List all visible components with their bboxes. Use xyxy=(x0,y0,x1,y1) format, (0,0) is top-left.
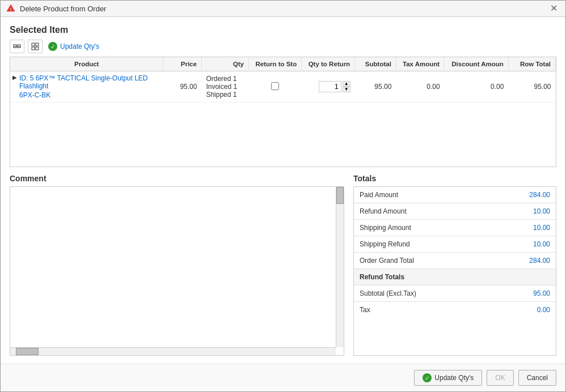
qty-ordered: Ordered 1 xyxy=(206,75,244,83)
totals-row-refund: Refund Amount 10.00 xyxy=(354,203,556,220)
footer: ✓ Update Qty's OK Cancel xyxy=(1,364,565,391)
totals-row-shipping: Shipping Amount 10.00 xyxy=(354,220,556,236)
totals-key-shipping: Shipping Amount xyxy=(354,220,459,236)
cancel-button[interactable]: Cancel xyxy=(518,370,556,386)
totals-row-paid: Paid Amount 284.00 xyxy=(354,187,556,203)
th-tax-amount: Tax Amount xyxy=(396,57,444,71)
main-content: Selected Item xyxy=(1,17,565,364)
items-table: Product Price Qty Return to Sto Qty to R… xyxy=(10,57,556,103)
svg-rect-5 xyxy=(32,43,35,46)
totals-table: Paid Amount 284.00 Refund Amount 10.00 S… xyxy=(353,186,556,356)
th-row-total: Row Total xyxy=(508,57,555,71)
main-window: ! Delete Product from Order ✕ Selected I… xyxy=(0,0,566,392)
scrollbar-thumb-h xyxy=(16,348,39,355)
totals-val-tax: 0.00 xyxy=(459,302,556,318)
totals-key-shipping-refund: Shipping Refund xyxy=(354,236,459,252)
discount-amount-cell: 0.00 xyxy=(445,71,509,103)
qty-cell: Ordered 1 Invoiced 1 Shipped 1 xyxy=(201,71,248,103)
totals-section: Totals Paid Amount 284.00 Refund Amount … xyxy=(353,174,556,356)
ok-button[interactable]: OK xyxy=(487,370,513,386)
totals-key-tax: Tax xyxy=(354,302,459,318)
th-subtotal: Subtotal xyxy=(355,57,396,71)
toolbar-update-qtys-button[interactable]: ✓ Update Qty's xyxy=(46,41,102,52)
qty-shipped: Shipped 1 xyxy=(206,91,244,99)
totals-row-tax: Tax 0.00 xyxy=(354,302,556,318)
totals-val-shipping-refund: 10.00 xyxy=(459,236,556,252)
row-total-cell: 95.00 xyxy=(508,71,555,103)
return-to-stock-checkbox[interactable] xyxy=(271,82,279,90)
toolbar: ✓ Update Qty's xyxy=(10,40,556,53)
product-info: ID: 5 6PX™ TACTICAL Single-Output LED Fl… xyxy=(19,74,159,99)
expand-collapse-button[interactable] xyxy=(10,40,24,53)
footer-check-icon: ✓ xyxy=(423,373,432,382)
totals-val-shipping: 10.00 xyxy=(459,220,556,236)
selected-item-section: Selected Item xyxy=(10,25,556,167)
sku-row: 6PX-C-BK xyxy=(19,91,159,99)
table-header-row: Product Price Qty Return to Sto Qty to R… xyxy=(10,57,556,71)
totals-key-refund-totals: Refund Totals xyxy=(354,269,459,285)
qty-decrement-button[interactable]: ▼ xyxy=(343,87,350,92)
cancel-label: Cancel xyxy=(527,374,548,382)
toolbar-update-qtys-label: Update Qty's xyxy=(60,42,99,50)
comment-section: Comment xyxy=(10,174,344,356)
title-bar-left: ! Delete Product from Order xyxy=(6,4,106,13)
expand-arrow-icon[interactable]: ▶ xyxy=(12,74,17,80)
check-circle-icon: ✓ xyxy=(48,42,57,51)
subtotal-cell: 95.00 xyxy=(355,71,396,103)
horizontal-scrollbar[interactable] xyxy=(10,347,336,355)
th-return-to-sto: Return to Sto xyxy=(248,57,301,71)
title-bar: ! Delete Product from Order ✕ xyxy=(1,1,565,17)
bottom-section: Comment Totals Paid Amount xyxy=(10,174,556,356)
svg-text:!: ! xyxy=(10,7,11,11)
th-qty: Qty xyxy=(201,57,248,71)
window-title: Delete Product from Order xyxy=(20,5,106,13)
comment-label: Comment xyxy=(10,174,344,183)
th-product: Product xyxy=(10,57,163,71)
qty-to-return-cell: 1 ▲ ▼ xyxy=(302,71,355,103)
totals-val-subtotal: 95.00 xyxy=(459,286,556,301)
totals-key-grand-total: Order Grand Total xyxy=(354,253,459,269)
qty-to-return-input[interactable]: 1 xyxy=(319,81,341,92)
section-title: Selected Item xyxy=(10,25,556,35)
svg-rect-6 xyxy=(36,43,39,46)
totals-key-paid: Paid Amount xyxy=(354,187,459,203)
totals-row-refund-totals-header: Refund Totals xyxy=(354,269,556,286)
footer-update-qtys-button[interactable]: ✓ Update Qty's xyxy=(414,370,482,386)
th-discount-amount: Discount Amoun xyxy=(445,57,509,71)
totals-val-grand-total: 284.00 xyxy=(459,253,556,269)
footer-update-qtys-label: Update Qty's xyxy=(434,374,474,382)
scrollbar-thumb-v xyxy=(336,187,344,204)
totals-key-refund: Refund Amount xyxy=(354,203,459,219)
grid-view-button[interactable] xyxy=(28,40,43,53)
qty-to-return-group: 1 ▲ ▼ xyxy=(306,81,350,92)
return-checkbox-cell xyxy=(248,71,301,103)
svg-rect-8 xyxy=(36,47,39,50)
totals-row-grand-total: Order Grand Total 284.00 xyxy=(354,253,556,269)
qty-increment-button[interactable]: ▲ xyxy=(343,81,350,87)
totals-val-paid: 284.00 xyxy=(459,187,556,203)
th-qty-to-return: Qty to Return xyxy=(302,57,355,71)
totals-row-shipping-refund: Shipping Refund 10.00 xyxy=(354,236,556,253)
comment-textarea[interactable] xyxy=(10,187,344,355)
items-table-container: Product Price Qty Return to Sto Qty to R… xyxy=(10,57,556,167)
svg-rect-7 xyxy=(32,47,35,50)
price-cell: 95.00 xyxy=(163,71,201,103)
comment-box-wrapper xyxy=(10,186,344,356)
totals-row-subtotal: Subtotal (Excl.Tax) 95.00 xyxy=(354,286,556,302)
vertical-scrollbar[interactable] xyxy=(336,187,344,347)
tax-amount-cell: 0.00 xyxy=(396,71,444,103)
qty-invoiced: Invoiced 1 xyxy=(206,83,244,91)
totals-label: Totals xyxy=(353,174,556,183)
product-name-cell: ▶ ID: 5 6PX™ TACTICAL Single-Output LED … xyxy=(10,71,163,103)
close-button[interactable]: ✕ xyxy=(548,4,560,13)
table-row: ▶ ID: 5 6PX™ TACTICAL Single-Output LED … xyxy=(10,71,556,103)
expand-icon xyxy=(13,42,21,50)
grid-icon xyxy=(31,42,39,50)
product-expand-row: ▶ ID: 5 6PX™ TACTICAL Single-Output LED … xyxy=(12,74,159,99)
totals-val-refund-totals xyxy=(459,269,556,285)
product-sku[interactable]: 6PX-C-BK xyxy=(19,91,50,99)
totals-key-subtotal: Subtotal (Excl.Tax) xyxy=(354,286,459,301)
product-name[interactable]: ID: 5 6PX™ TACTICAL Single-Output LED Fl… xyxy=(19,74,159,90)
app-icon: ! xyxy=(6,4,15,13)
th-price: Price xyxy=(163,57,201,71)
